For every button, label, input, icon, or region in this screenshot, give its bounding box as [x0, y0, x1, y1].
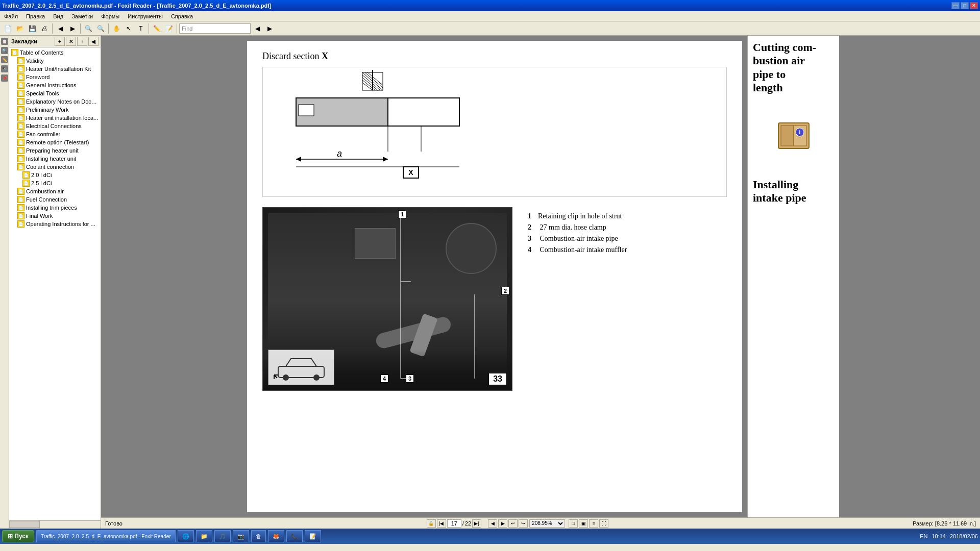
taskbar-foxit[interactable]: Traffic_2007_2.0_2.5_d_E_avtonomka.pdf -… [36, 530, 176, 542]
sidebar-tree-item[interactable]: 📄Electrical Connections [10, 122, 100, 130]
menu-tools[interactable]: Инструменты [126, 12, 165, 20]
sidebar-tool-add[interactable]: + [55, 37, 65, 46]
view-btn-2[interactable]: ▶ [498, 519, 507, 528]
taskbar-photo[interactable]: 📷 [233, 530, 249, 542]
dual-page-btn[interactable]: ▣ [579, 519, 588, 528]
panel-icon-sign[interactable]: ✒️ [1, 65, 8, 72]
pdf-page[interactable]: Discard section X [101, 36, 980, 517]
technical-drawing: a X [262, 67, 727, 197]
minimize-button[interactable]: — [951, 2, 960, 9]
sidebar-tree-item[interactable]: 📄2.5 l dCi [10, 179, 100, 187]
sidebar-tree-item[interactable]: 📄Remote option (Telestart) [10, 138, 100, 146]
page-separator: / [462, 520, 464, 527]
sidebar-tree-item[interactable]: 📄Special Tools [10, 89, 100, 97]
taskbar-firefox[interactable]: 🦊 [268, 530, 284, 542]
panel-icon-layers[interactable]: 📌 [1, 74, 8, 82]
panel-icon-search[interactable]: 🔍 [1, 47, 8, 54]
sidebar-tree-item[interactable]: 📄Explanatory Notes on Docu... [10, 97, 100, 106]
right-heading-1: Cutting com-bustion airpipe tolength [753, 41, 834, 95]
close-button[interactable]: ✕ [970, 2, 978, 9]
size-info: Размер: [8.26 * 11.69 in.] [913, 520, 976, 527]
taskbar-explorer[interactable]: 📁 [196, 530, 212, 542]
sidebar-tool-up[interactable]: ↑ [77, 37, 87, 46]
forward-button[interactable]: ▶ [67, 23, 78, 34]
menu-edit[interactable]: Правка [24, 12, 47, 20]
sidebar-tree-item[interactable]: 📄Heater Unit/Installation Kit [10, 65, 100, 73]
search-next-button[interactable]: ▶ [264, 23, 275, 34]
tree-item-label: Fuel Connection [26, 196, 67, 203]
sidebar-tree-item[interactable]: 📄Coolant connection [10, 163, 100, 171]
menu-forms[interactable]: Формы [99, 12, 121, 20]
sidebar-tree-item[interactable]: 📄2.0 l dCi [10, 171, 100, 179]
tree-item-label: Heater Unit/Installation Kit [26, 66, 91, 72]
status-bar: Готово 🔒 |◀ / 22 ▶| ◀ ▶ ↩ ↪ [101, 517, 980, 529]
search-prev-button[interactable]: ◀ [252, 23, 263, 34]
view-btn-1[interactable]: ◀ [488, 519, 497, 528]
open-button[interactable]: 📂 [14, 23, 26, 34]
sidebar-tree-item[interactable]: 📄Preliminary Work [10, 106, 100, 114]
zoom-out-button[interactable]: 🔍 [83, 23, 94, 34]
panel-icon-annot[interactable]: ✏️ [1, 56, 8, 63]
single-page-btn[interactable]: □ [569, 519, 578, 528]
sidebar-tree-item[interactable]: 📄Foreword [10, 73, 100, 81]
toolbar-sep-3 [108, 23, 109, 34]
panel-icon-bookmark[interactable]: 📋 [1, 38, 8, 45]
save-button[interactable]: 💾 [27, 23, 38, 34]
legend-item-1: 1 Retaining clip in hole of strut [528, 212, 627, 220]
sidebar-tree-item[interactable]: 📄Fan controller [10, 130, 100, 138]
svg-line-3 [365, 72, 383, 88]
taskbar-editor[interactable]: 📝 [305, 530, 321, 542]
sidebar-tree-item[interactable]: 📄Heater unit installation loca... [10, 114, 100, 122]
tree-item-label: Preparing heater unit [26, 147, 79, 154]
maximize-button[interactable]: □ [961, 2, 969, 9]
zoom-select[interactable]: 208.95% 100% 150% 200% [529, 519, 565, 528]
taskbar-media[interactable]: 🎵 [214, 530, 231, 542]
page-total: 22 [465, 520, 471, 527]
discard-section-text: Discard section X [262, 51, 727, 62]
view-btn-4[interactable]: ↪ [519, 519, 528, 528]
tree-item-icon: 📄 [17, 131, 24, 138]
new-button[interactable]: 📄 [2, 23, 13, 34]
sidebar-tree-item[interactable]: 📄Operating Instructions for ... [10, 220, 100, 228]
highlight-button[interactable]: ✏️ [151, 23, 162, 34]
text-select-button[interactable]: T [135, 23, 146, 34]
sidebar-tree-item[interactable]: 📄Preparing heater unit [10, 146, 100, 155]
page-input[interactable] [447, 519, 461, 528]
taskbar-ie[interactable]: 🌐 [178, 530, 194, 542]
legend-item-4: 4 Combustion-air intake muffler [528, 246, 627, 254]
sidebar-tree-item[interactable]: 📄Validity [10, 57, 100, 65]
taskbar-viber[interactable]: 📞 [286, 530, 303, 542]
sidebar-tool-collapse[interactable]: ◀ [88, 37, 99, 46]
back-button[interactable]: ◀ [55, 23, 66, 34]
book-icon-svg: i [773, 115, 814, 156]
sidebar-tool-del[interactable]: ✕ [66, 37, 76, 46]
search-input[interactable] [179, 23, 251, 34]
sidebar-tree-item[interactable]: 📄Installing heater unit [10, 155, 100, 163]
zoom-in-button[interactable]: 🔍 [95, 23, 106, 34]
sidebar-scrollbar[interactable] [9, 520, 101, 529]
taskbar-recycle[interactable]: 🗑 [251, 530, 266, 542]
print-button[interactable]: 🖨 [39, 23, 50, 34]
tree-item-icon: 📄 [22, 171, 30, 179]
sidebar-tree-item[interactable]: 📄Fuel Connection [10, 195, 100, 204]
sidebar-tree-item[interactable]: 📄Final Work [10, 212, 100, 220]
menu-file[interactable]: Файл [2, 12, 20, 20]
tech-diagram-svg: a X [265, 70, 480, 192]
sidebar-tree-item[interactable]: 📄Combustion air [10, 187, 100, 195]
select-button[interactable]: ↖ [123, 23, 134, 34]
pan-button[interactable]: ✋ [111, 23, 122, 34]
start-button[interactable]: ⊞ Пуск [2, 530, 34, 542]
nav-first-button[interactable]: |◀ [437, 519, 446, 528]
menu-view[interactable]: Вид [51, 12, 65, 20]
full-screen-btn[interactable]: ⛶ [599, 519, 608, 528]
annotate-button[interactable]: 📝 [163, 23, 175, 34]
nav-last-button[interactable]: ▶| [472, 519, 481, 528]
view-btn-3[interactable]: ↩ [508, 519, 518, 528]
menu-help[interactable]: Справка [169, 12, 195, 20]
sidebar-tree-item[interactable]: 📄Table of Contents [10, 48, 100, 57]
cont-page-btn[interactable]: ≡ [589, 519, 598, 528]
book-info-icon-container: i [753, 115, 834, 158]
menu-notes[interactable]: Заметки [69, 12, 95, 20]
sidebar-tree-item[interactable]: 📄General Instructions [10, 81, 100, 89]
sidebar-tree-item[interactable]: 📄Installing trim pieces [10, 204, 100, 212]
